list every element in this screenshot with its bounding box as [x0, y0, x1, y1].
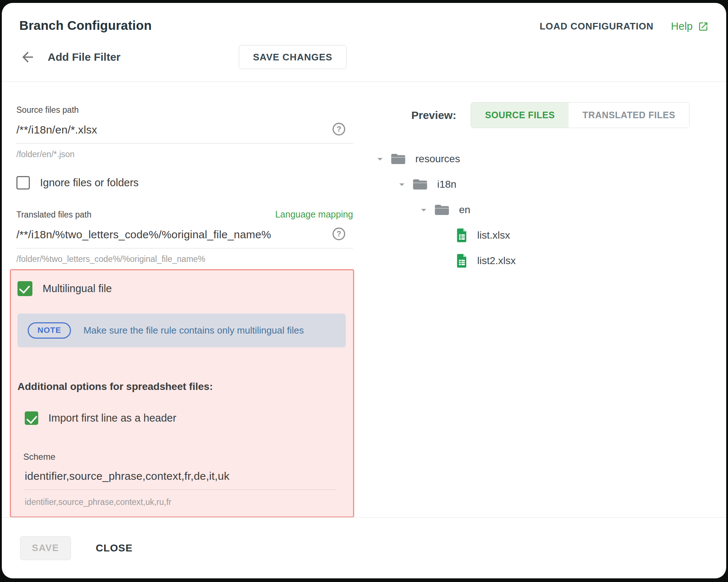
translated-files-path-hint: /folder/%two_letters_code%/%original_fil…: [16, 254, 353, 264]
branch-configuration-dialog: Branch Configuration LOAD CONFIGURATION …: [2, 3, 726, 578]
load-configuration-button[interactable]: LOAD CONFIGURATION: [539, 21, 653, 32]
tree-row-en[interactable]: en: [374, 197, 726, 223]
folder-icon: [412, 178, 428, 191]
preview-tabs: SOURCE FILESTRANSLATED FILES: [471, 102, 689, 128]
spreadsheet-file-icon: [456, 254, 468, 268]
translated-files-path-input[interactable]: /**/i18n/%two_letters_code%/%original_fi…: [16, 228, 271, 241]
import-first-line-checkbox[interactable]: Import first line as a header: [25, 411, 347, 425]
note-banner: NOTE Make sure the file rule contains on…: [17, 314, 346, 347]
back-arrow-icon: [20, 49, 36, 65]
file-filter-form: Source files path /**/i18n/en/*.xlsx ? /…: [16, 82, 353, 518]
save-changes-button[interactable]: SAVE CHANGES: [239, 45, 347, 69]
dialog-footer: SAVE CLOSE: [2, 517, 726, 578]
caret-down-icon[interactable]: [418, 204, 434, 216]
dialog-header: Branch Configuration LOAD CONFIGURATION …: [2, 3, 726, 81]
save-button[interactable]: SAVE: [20, 536, 71, 560]
subheader-title: Add File Filter: [48, 51, 120, 63]
tree-item-label: resources: [415, 153, 460, 165]
svg-text:?: ?: [336, 125, 341, 133]
checkbox-icon: [16, 176, 30, 190]
folder-icon: [391, 152, 406, 166]
tree-row-list.xlsx[interactable]: list.xlsx: [374, 223, 726, 248]
folder-icon: [434, 203, 450, 216]
tree-item-label: en: [459, 204, 470, 216]
back-button[interactable]: [19, 49, 36, 65]
source-files-path-label: Source files path: [16, 105, 353, 115]
multilingual-highlight-section: Multilingual file NOTE Make sure the fil…: [10, 269, 354, 518]
source-files-path-hint: /folder/en/*.json: [16, 150, 353, 159]
preview-label: Preview:: [411, 109, 456, 121]
scheme-hint: identifier,source_phrase,context,uk,ru,f…: [25, 497, 347, 507]
svg-text:?: ?: [336, 230, 341, 238]
checkbox-icon: [17, 281, 32, 296]
tree-item-label: list.xlsx: [477, 230, 510, 241]
preview-tab-translated-files[interactable]: TRANSLATED FILES: [569, 103, 689, 128]
ignore-files-checkbox[interactable]: Ignore files or folders: [16, 176, 353, 190]
help-link[interactable]: Help: [671, 20, 709, 32]
ignore-files-checkbox-label: Ignore files or folders: [40, 177, 139, 189]
tree-item-label: i18n: [437, 179, 456, 190]
scheme-input[interactable]: identifier,source_phrase,context,fr,de,i…: [25, 470, 336, 482]
help-circle-icon[interactable]: ?: [332, 122, 346, 137]
help-link-label: Help: [671, 20, 693, 32]
external-link-icon: [698, 21, 709, 32]
source-files-path-input[interactable]: /**/i18n/en/*.xlsx: [16, 124, 97, 136]
close-button[interactable]: CLOSE: [88, 537, 140, 560]
tree-row-list2.xlsx[interactable]: list2.xlsx: [374, 248, 726, 274]
caret-down-icon[interactable]: [396, 178, 412, 191]
spreadsheet-options-heading: Additional options for spreadsheet files…: [17, 381, 347, 392]
multilingual-file-checkbox[interactable]: Multilingual file: [17, 281, 347, 296]
scheme-label: Scheme: [23, 452, 347, 462]
preview-tab-source-files[interactable]: SOURCE FILES: [471, 103, 569, 128]
note-text: Make sure the file rule contains only mu…: [83, 325, 304, 336]
tree-item-label: list2.xlsx: [477, 255, 516, 267]
spreadsheet-file-icon: [456, 228, 468, 243]
tree-row-resources[interactable]: resources: [374, 146, 726, 172]
file-tree: resourcesi18nenlist.xlsxlist2.xlsx: [369, 146, 726, 274]
multilingual-file-checkbox-label: Multilingual file: [43, 283, 112, 295]
note-badge: NOTE: [28, 322, 71, 339]
page-title: Branch Configuration: [19, 18, 152, 33]
caret-down-icon[interactable]: [374, 153, 391, 165]
help-circle-icon[interactable]: ?: [332, 227, 346, 242]
tree-row-i18n[interactable]: i18n: [374, 172, 726, 197]
checkbox-icon: [25, 411, 38, 425]
import-first-line-checkbox-label: Import first line as a header: [48, 412, 176, 424]
language-mapping-link[interactable]: Language mapping: [275, 209, 353, 220]
translated-files-path-label: Translated files path: [16, 210, 91, 220]
preview-panel: Preview: SOURCE FILESTRANSLATED FILES re…: [369, 82, 726, 274]
